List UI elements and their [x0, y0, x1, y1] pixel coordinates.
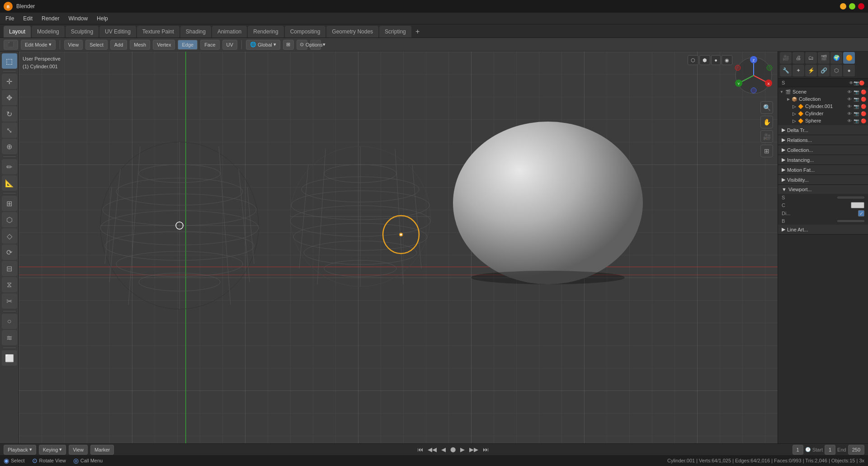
tool-extrude[interactable]: ⊞	[2, 196, 17, 211]
tool-add-cube[interactable]: ⬜	[2, 350, 17, 366]
object-properties-btn[interactable]: 🟠	[843, 52, 855, 64]
tab-sculpting[interactable]: Sculpting	[66, 26, 99, 38]
frame-end-field[interactable]: 250	[848, 445, 864, 455]
tool-annotate[interactable]: ✏	[2, 159, 17, 174]
close-button[interactable]	[858, 3, 864, 9]
collection-header[interactable]: ▶ Collection...	[778, 145, 868, 155]
world-properties-btn[interactable]: 🌍	[830, 52, 842, 64]
playback-menu-button[interactable]: Playback ▾	[4, 445, 36, 455]
tab-animation[interactable]: Animation	[212, 26, 247, 38]
tool-offset-edge[interactable]: ⊟	[2, 261, 17, 276]
delta-transform-header[interactable]: ▶ Delta Tr...	[778, 125, 868, 135]
tool-loop-cut[interactable]: ⟳	[2, 245, 17, 260]
next-frame-button[interactable]: ▶▶	[468, 446, 480, 453]
scene-properties-btn[interactable]: 🎬	[818, 52, 830, 64]
vertex-menu-button[interactable]: Vertex	[153, 40, 175, 50]
menu-file[interactable]: File	[4, 14, 16, 23]
marker-button[interactable]: Marker	[90, 445, 114, 455]
particles-properties-btn[interactable]: ✦	[793, 65, 804, 76]
outliner-item-5[interactable]: ▷ 🔶 Sphere 👁 📷 🔴	[778, 117, 868, 124]
tool-scale[interactable]: ⤡	[2, 122, 17, 138]
tab-modeling[interactable]: Modeling	[32, 26, 65, 38]
camera-button[interactable]: 🎥	[760, 130, 773, 143]
menu-window[interactable]: Window	[66, 14, 90, 23]
frame-start-field[interactable]: 1	[825, 445, 835, 455]
add-workspace-button[interactable]: +	[412, 26, 423, 38]
shape-value[interactable]	[837, 197, 864, 198]
collection-cam[interactable]: 📷	[854, 97, 859, 102]
tab-compositing[interactable]: Compositing	[285, 26, 326, 38]
grid-view-button[interactable]: ⊞	[760, 145, 773, 157]
outliner-item-4[interactable]: ▷ 🔶 Cylinder 👁 📷 🔴	[778, 110, 868, 117]
tool-bisect[interactable]: ✂	[2, 293, 17, 309]
outliner-item-2[interactable]: ▶ 📦 Collection 👁 📷 🔴	[778, 95, 868, 103]
snap-button[interactable]: ⊞	[283, 40, 294, 50]
add-menu-button[interactable]: Add	[110, 40, 127, 50]
mode-select-button[interactable]: Edit Mode ▾	[21, 40, 56, 50]
display-checkbox[interactable]: ✓	[858, 210, 864, 217]
menu-help[interactable]: Help	[95, 14, 110, 23]
keying-menu-button[interactable]: Keying ▾	[39, 445, 66, 455]
tool-inset[interactable]: ⬡	[2, 212, 17, 227]
tab-shading[interactable]: Shading	[180, 26, 211, 38]
modifier-properties-btn[interactable]: 🔧	[780, 65, 792, 76]
menu-edit[interactable]: Edit	[21, 14, 34, 23]
jump-start-button[interactable]: ⏮	[416, 446, 425, 453]
tab-texture-paint[interactable]: Texture Paint	[137, 26, 179, 38]
tool-randomize[interactable]: ≋	[2, 330, 17, 345]
line-art-header[interactable]: ▶ Line Art...	[778, 225, 868, 234]
material-properties-btn[interactable]: ●	[843, 65, 855, 76]
timeline-view-button[interactable]: View	[69, 445, 88, 455]
item-eye-icon[interactable]: 👁	[847, 89, 852, 94]
tool-cursor[interactable]: ✛	[2, 74, 17, 89]
options-button[interactable]: Options ▾	[310, 40, 321, 50]
zoom-out-button[interactable]: ✋	[760, 116, 773, 128]
color-swatch[interactable]	[851, 202, 864, 208]
outliner-item-1[interactable]: ▼ 🎬 Scene 👁 📷 🔴	[778, 88, 868, 95]
constraints-properties-btn[interactable]: 🔗	[818, 65, 830, 76]
physics-properties-btn[interactable]: ⚡	[805, 65, 817, 76]
view-menu-button[interactable]: View	[64, 40, 83, 50]
transform-space-button[interactable]: 🌐 Global ▾	[246, 40, 280, 50]
prev-frame-button[interactable]: ◀◀	[426, 446, 438, 453]
jump-end-button[interactable]: ⏭	[481, 446, 490, 453]
tool-move[interactable]: ✥	[2, 90, 17, 105]
play-back-button[interactable]: ◀	[440, 446, 447, 453]
tab-uv-editing[interactable]: UV Editing	[99, 26, 136, 38]
cam-icon[interactable]: 📷	[854, 80, 859, 85]
data-properties-btn[interactable]: ⬡	[830, 65, 842, 76]
tool-bevel[interactable]: ◇	[2, 228, 17, 244]
tool-measure[interactable]: 📐	[2, 175, 17, 191]
main-viewport[interactable]: User Perspective (1) Cylinder.001 ⬡ ⬢ ● …	[19, 52, 778, 443]
face-menu-button[interactable]: Face	[200, 40, 219, 50]
current-frame-field[interactable]: 1	[793, 445, 803, 455]
collection-render[interactable]: 🔴	[861, 97, 866, 102]
uv-menu-button[interactable]: UV	[222, 40, 237, 50]
output-properties-btn[interactable]: 🖨	[793, 52, 804, 64]
instancing-header[interactable]: ▶ Instancing...	[778, 155, 868, 165]
menu-render[interactable]: Render	[40, 14, 61, 23]
outliner-item-3[interactable]: ▷ 🔶 Cylinder.001 👁 📷 🔴	[778, 103, 868, 110]
collection-eye[interactable]: 👁	[847, 97, 852, 102]
navigation-gizmo[interactable]: Z X Y	[733, 55, 774, 96]
item-cam-icon[interactable]: 📷	[854, 89, 859, 94]
stop-button[interactable]: ⬤	[449, 447, 457, 452]
item-render-icon[interactable]: 🔴	[861, 89, 866, 94]
eye-icon[interactable]: 👁	[849, 80, 854, 85]
viewport-display-header[interactable]: ▼ Viewport...	[778, 185, 868, 194]
minimize-button[interactable]	[840, 3, 846, 9]
tool-rotate[interactable]: ↻	[2, 106, 17, 122]
motion-path-header[interactable]: ▶ Motion Fat...	[778, 165, 868, 174]
render-properties-btn[interactable]: 🎥	[780, 52, 792, 64]
tab-scripting[interactable]: Scripting	[379, 26, 411, 38]
tool-transform[interactable]: ⊕	[2, 139, 17, 154]
view-layer-properties-btn[interactable]: 🗂	[805, 52, 817, 64]
tool-knife[interactable]: ⧖	[2, 277, 17, 292]
visibility-header[interactable]: ▶ Visibility...	[778, 175, 868, 184]
relations-header[interactable]: ▶ Relations...	[778, 135, 868, 145]
tab-geometry-nodes[interactable]: Geometry Nodes	[326, 26, 378, 38]
select-menu-button[interactable]: Select	[85, 40, 108, 50]
tool-select[interactable]: ⬚	[2, 53, 17, 69]
maximize-button[interactable]	[849, 3, 855, 9]
tab-rendering[interactable]: Rendering	[248, 26, 283, 38]
